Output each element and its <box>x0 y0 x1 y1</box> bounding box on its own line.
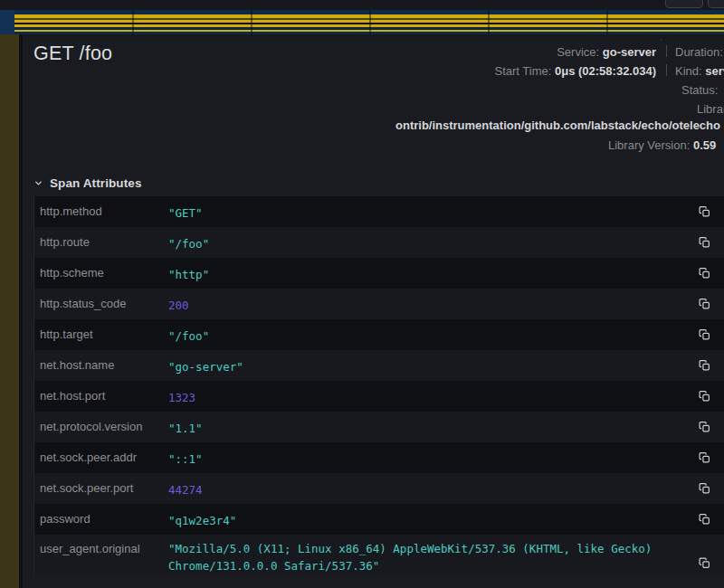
attribute-value: "::1" <box>168 450 203 468</box>
attribute-row: http.status_code 200 <box>34 289 724 319</box>
attribute-value: 1323 <box>168 389 195 406</box>
attribute-key: user_agent.original <box>40 543 140 555</box>
attribute-key: http.status_code <box>40 298 126 309</box>
minimap-divider <box>606 10 608 34</box>
attribute-row: http.target "/foo" <box>34 319 724 350</box>
minimap-divider <box>132 10 134 34</box>
attribute-key: net.host.port <box>40 390 105 402</box>
overview-divider <box>666 45 667 57</box>
attribute-key: http.target <box>40 328 93 340</box>
overview-start-time: Start Time: 0μs (02:58:32.034) <box>494 65 656 77</box>
attribute-value: 44274 <box>168 481 203 498</box>
attribute-value: "/foo" <box>168 235 209 252</box>
attribute-row: net.protocol.version "1.1" <box>34 412 724 442</box>
span-attributes-title: Span Attributes <box>50 176 142 190</box>
overview-kind: Kind: server <box>675 65 724 77</box>
attribute-value: "GET" <box>168 204 203 222</box>
attribute-value: 200 <box>168 297 189 314</box>
overview-status: Status: <box>681 84 718 96</box>
copy-icon[interactable] <box>698 421 711 434</box>
attribute-row: http.method "GET" <box>34 196 724 227</box>
status-label: Status: <box>681 83 718 97</box>
copy-icon[interactable] <box>698 328 711 342</box>
trace-minimap[interactable] <box>0 10 724 34</box>
copy-icon[interactable] <box>698 267 711 280</box>
topbar-button[interactable] <box>708 0 724 8</box>
service-value: go-server <box>603 45 656 59</box>
copy-icon[interactable] <box>698 482 711 496</box>
start-time-value: 0μs (02:58:32.034) <box>555 64 656 78</box>
kind-label: Kind: <box>675 64 702 78</box>
attribute-row: net.host.port 1323 <box>34 381 724 412</box>
attribute-row: net.sock.peer.addr "::1" <box>34 442 724 473</box>
overview-library-name-wrapped: ontrib/instrumentation/github.com/labsta… <box>395 119 720 131</box>
overview-duration: Duration: <box>675 46 723 58</box>
chevron-down-icon <box>33 178 43 188</box>
attribute-row: net.sock.peer.port 44274 <box>34 473 724 504</box>
library-version-value: 0.59 <box>693 138 716 152</box>
minimap-divider <box>251 10 252 34</box>
attribute-key: password <box>40 513 90 525</box>
overview-library-version: Library Version: 0.59 <box>608 139 716 151</box>
copy-icon[interactable] <box>698 298 711 311</box>
attribute-row: http.scheme "http" <box>34 258 724 289</box>
service-label: Service: <box>557 45 599 59</box>
attribute-row: net.host.name "go-server" <box>34 350 724 381</box>
attribute-key: http.scheme <box>40 267 104 279</box>
library-version-label: Library Version: <box>608 138 690 152</box>
attribute-value: "/foo" <box>168 327 209 345</box>
copy-icon[interactable] <box>698 390 711 403</box>
copy-icon[interactable] <box>698 556 711 570</box>
attribute-key: net.sock.peer.port <box>40 482 133 494</box>
attribute-value: "http" <box>168 266 209 283</box>
minimap-start-block <box>0 10 14 34</box>
start-time-label: Start Time: <box>494 64 551 78</box>
attribute-key: net.protocol.version <box>40 421 142 432</box>
attribute-row: user_agent.original "Mozilla/5.0 (X11; L… <box>34 535 724 577</box>
attribute-value: "1.1" <box>168 420 203 437</box>
attribute-row: password "q1w2e3r4" <box>34 504 724 535</box>
kind-value: server <box>705 64 724 78</box>
span-attributes-header[interactable]: Span Attributes <box>33 176 142 190</box>
copy-icon[interactable] <box>698 236 711 250</box>
minimap-divider <box>369 10 371 34</box>
attribute-key: net.host.name <box>40 359 114 371</box>
duration-label: Duration: <box>675 45 723 59</box>
library-name-label: Library Name: <box>697 102 724 116</box>
copy-icon[interactable] <box>698 205 711 219</box>
span-service-color-bar <box>0 34 19 588</box>
attribute-value: "Mozilla/5.0 (X11; Linux x86_64) AppleWe… <box>168 540 672 574</box>
overview-divider <box>666 64 667 76</box>
topbar-button[interactable] <box>665 0 703 8</box>
minimap-divider <box>488 10 490 34</box>
attribute-key: http.method <box>40 205 102 217</box>
overview-service: Service: go-server <box>557 46 656 58</box>
attribute-key: http.route <box>40 236 90 248</box>
span-detail-panel: GET /foo Service: go-server Duration: St… <box>23 40 724 588</box>
copy-icon[interactable] <box>698 359 711 373</box>
span-attributes-table: http.method "GET" http.route "/foo" http… <box>33 196 724 577</box>
attribute-row: http.route "/foo" <box>34 227 724 258</box>
attribute-value: "q1w2e3r4" <box>168 512 236 529</box>
span-title: GET /foo <box>33 43 112 65</box>
attribute-value: "go-server" <box>168 358 243 375</box>
copy-icon[interactable] <box>698 513 711 526</box>
attribute-key: net.sock.peer.addr <box>40 451 137 463</box>
copy-icon[interactable] <box>698 451 711 465</box>
overview-library-name: Library Name: <box>697 103 724 115</box>
